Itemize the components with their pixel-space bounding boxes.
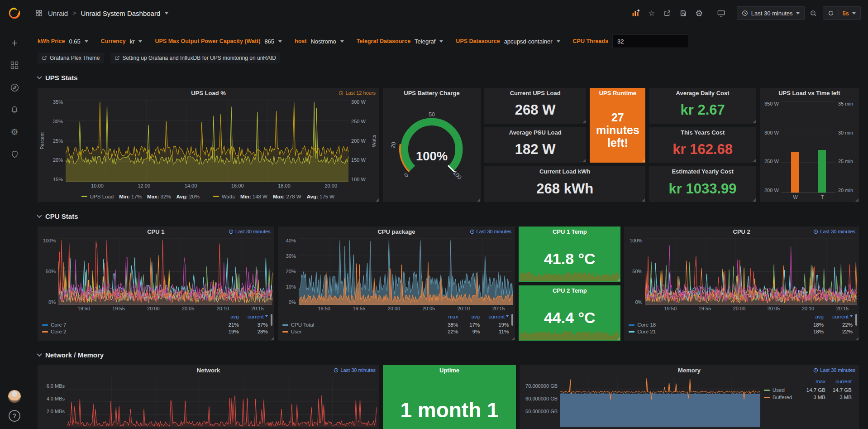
user-avatar[interactable] (8, 390, 21, 403)
create-icon[interactable] (10, 38, 19, 48)
x-axis: 19:5019:5520:0020:0520:1020:15 (299, 305, 514, 313)
time-range-picker[interactable]: Last 30 minutes (737, 6, 805, 20)
bar-plot[interactable] (782, 101, 835, 193)
panel-time-override[interactable]: Last 30 minutes (229, 229, 271, 234)
grafana-logo-icon[interactable] (7, 0, 22, 26)
star-button[interactable]: ☆ (645, 6, 658, 20)
explore-compass-icon[interactable] (10, 82, 19, 92)
dashboard: kWh Price 0.65 Currency kr UPS Max Outpu… (29, 26, 868, 429)
svg-text:20: 20 (390, 141, 397, 149)
legend-series-watts[interactable]: Watts Min: 148 W Max: 278 W Avg: 175 W (213, 194, 334, 199)
panel-time-override[interactable]: Last 30 minutes (334, 367, 376, 373)
panel-average-daily-cost: Average Daily Cost kr 2.67 (649, 88, 756, 124)
panel-ups-battery-gauge: UPS Battery Charge 0 20 50 100 100% (383, 88, 481, 202)
link-grafana-plex-theme[interactable]: Grafana Plex Theme (38, 53, 104, 63)
legend-scrollbar[interactable] (855, 314, 857, 326)
panel-this-years-cost: This Years Cost kr 162.68 (649, 127, 756, 163)
legend-series[interactable]: Core 7 (42, 322, 214, 328)
axis-tick-label: 18:00 (278, 183, 291, 190)
grafana-app: ⚙ ? Unraid > (0, 0, 868, 429)
zoom-out-button[interactable] (807, 6, 820, 20)
legend-series[interactable]: Core 21 (629, 329, 798, 334)
help-icon[interactable]: ? (9, 410, 20, 422)
bar-time-left[interactable] (818, 150, 826, 193)
legend-series-ups-load[interactable]: UPS Load Min: 17% Max: 32% Avg: 20% (81, 194, 200, 199)
breadcrumb[interactable]: Unraid > Unraid System Dashboard (34, 6, 168, 20)
axis-tick-label: 20:10 (458, 306, 470, 313)
chevron-down-icon (852, 12, 856, 16)
panel-title[interactable]: UPS Battery Charge (383, 88, 481, 99)
axis-tick-label: 20:15 (251, 306, 264, 313)
chevron-down-icon (796, 12, 800, 16)
panel-time-override[interactable]: Last 12 hours (339, 90, 376, 96)
y-axis-left: 350 W300 W250 W200 W (761, 101, 782, 193)
breadcrumb-folder[interactable]: Unraid (48, 10, 68, 17)
variable-currency[interactable]: Currency kr (101, 38, 143, 45)
legend-series[interactable]: CPU Total (282, 322, 434, 328)
settings-gear-button[interactable]: ⚙ (692, 6, 706, 20)
panel-current-ups-load: Current UPS Load 268 W (484, 88, 586, 124)
cpu-threads-input[interactable] (612, 34, 688, 48)
axis-tick-label: 60.000000 GB (525, 396, 558, 409)
chevron-down-icon (85, 40, 88, 44)
variable-cpu-threads: CPU Threads (573, 34, 689, 48)
dashboards-icon[interactable] (10, 60, 19, 70)
add-panel-button[interactable] (629, 6, 643, 20)
panel-time-override[interactable]: Last 30 minutes (470, 229, 512, 234)
divider (838, 9, 839, 17)
variable-ups-datasource[interactable]: UPS Datasource apcupsd-container (456, 38, 560, 45)
panel-time-override[interactable]: Last 30 minutes (813, 367, 855, 373)
ups-stats-row: UPS Load % Last 12 hours Percent 35%30%2… (38, 88, 859, 202)
variable-kwh-price[interactable]: kWh Price 0.65 (38, 38, 88, 45)
legend-series[interactable]: Buffered (764, 395, 799, 400)
memory-plot[interactable] (560, 377, 760, 427)
cpu1-plot[interactable] (58, 238, 272, 305)
legend-series[interactable]: Used (764, 387, 799, 393)
configuration-gear-icon[interactable]: ⚙ (10, 127, 19, 137)
axis-tick-label: 6.0 MBs (47, 383, 65, 396)
memory-legend: max current Used 14.7 GB 14.7 GB Buffere… (760, 377, 856, 400)
stat-value: 27 minutes left! (590, 111, 645, 149)
server-admin-shield-icon[interactable] (10, 149, 19, 159)
panel-network-graph: Network Last 30 minutes 6.0 MBs4.0 MBs2.… (38, 365, 379, 429)
row-header-network-memory[interactable]: Network / Memory (38, 350, 859, 360)
legend-series[interactable]: Core 18 (629, 322, 798, 328)
y-axis-left: 6.0 MBs4.0 MBs2.0 MBs (38, 377, 67, 421)
panel-memory-graph: Memory Last 30 minutes 70.000000 GB60.00… (520, 365, 859, 429)
alerting-bell-icon[interactable] (10, 105, 19, 115)
save-button[interactable] (677, 6, 690, 20)
variable-host[interactable]: host Nostromo (295, 38, 344, 45)
row-header-cpu-stats[interactable]: CPU Stats (38, 211, 859, 221)
axis-tick-label: 250 W (764, 159, 779, 164)
link-ups-monitoring-guide[interactable]: Setting up Grafana and InfluxDB for UPS … (110, 53, 281, 63)
cpu-package-plot[interactable] (299, 238, 514, 305)
bar-watts[interactable] (791, 152, 799, 193)
template-variables-bar: kWh Price 0.65 Currency kr UPS Max Outpu… (38, 34, 859, 48)
legend-scrollbar[interactable] (511, 314, 513, 326)
axis-tick-label: 16:00 (231, 183, 244, 190)
axis-tick-label: 30% (286, 254, 296, 259)
panel-time-override[interactable]: Last 30 minutes (813, 229, 855, 234)
ups-load-plot[interactable] (66, 100, 348, 182)
ups-singlestat-grid: Current UPS Load 268 W UPS Runtime 27 mi… (484, 88, 756, 202)
tv-kiosk-button[interactable] (715, 6, 728, 20)
y-axis-right: 35 min30 min25 min20 min (835, 101, 857, 193)
panel-title[interactable]: UPS Load % (38, 88, 379, 99)
legend-scrollbar[interactable] (271, 314, 272, 326)
navbar-actions: ☆ ⚙ (629, 6, 861, 20)
legend-series[interactable]: Core 2 (42, 329, 214, 334)
variable-ups-max-output[interactable]: UPS Max Output Power Capacity (Watt) 865 (155, 38, 282, 45)
legend-series[interactable]: User (282, 329, 434, 334)
chevron-down-icon (340, 40, 344, 44)
refresh-picker[interactable]: 5s (823, 6, 861, 20)
row-header-ups-stats[interactable]: UPS Stats (38, 72, 859, 82)
x-axis: 19:5019:5520:0020:0520:1020:15 (58, 305, 272, 313)
cpu2-plot[interactable] (645, 238, 857, 305)
dashboard-title[interactable]: Unraid System Dashboard (81, 10, 160, 17)
variable-telegraf-datasource[interactable]: Telegraf Datasource Telegraf (357, 38, 444, 45)
stat-value: 44.4 °C (544, 309, 596, 327)
share-button[interactable] (661, 6, 674, 20)
network-plot[interactable] (67, 377, 377, 427)
y-axis-right: 300 W250 W200 W150 W100 W (348, 100, 370, 182)
panel-current-load-kwh: Current Load kWh 268 kWh (484, 166, 645, 202)
